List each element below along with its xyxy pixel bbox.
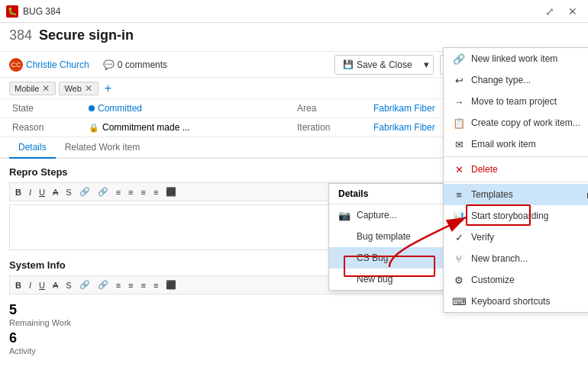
bug-icon: 🐛 [6,5,18,18]
sys-list-button-3[interactable]: ≡ [138,278,149,291]
new-bug-icon [338,273,351,285]
storyboard-icon: 📊 [453,210,465,222]
italic-button[interactable]: I [26,185,34,198]
sys-link-button-2[interactable]: 🔗 [95,278,111,291]
status-dot [89,105,95,111]
remaining-work-label: Remaining Work [9,318,579,327]
templates-icon: ≡ [453,188,465,201]
add-tag-button[interactable]: + [102,82,115,95]
sys-underline-button[interactable]: U [36,278,48,291]
work-item-name: Secure sign-in [39,27,134,43]
user-name: Christie Church [26,60,89,70]
link-button-1[interactable]: 🔗 [76,185,93,198]
comments-count: 0 comments [118,60,167,70]
new-branch-icon: ⑂ [453,253,465,265]
delete-icon: ✕ [453,163,465,175]
state-text: Committed [98,103,142,114]
new-linked-item[interactable]: 🔗 New linked work item [444,48,588,69]
underline-button[interactable]: U [36,185,48,198]
separator-2 [444,182,588,182]
sys-list-button-2[interactable]: ≡ [125,278,136,291]
change-type-icon: ↩ [453,74,465,86]
sys-link-button-1[interactable]: 🔗 [76,278,93,291]
activity-label: Activity [9,346,579,355]
close-button[interactable]: ✕ [564,4,582,19]
tab-details[interactable]: Details [9,137,56,159]
list-button-3[interactable]: ≡ [138,185,149,198]
sys-bold-button[interactable]: B [12,278,24,291]
lock-icon: 🔒 [89,123,99,133]
verify-item[interactable]: ✓ Verify [444,227,588,248]
save-icon: 💾 [343,60,354,69]
tab-related-work[interactable]: Related Work item [56,137,149,159]
image-button[interactable]: ⬛ [163,185,179,198]
user-avatar: CC [9,58,23,72]
tag-web-remove[interactable]: ✕ [84,83,93,94]
subscript-button[interactable]: S [63,185,74,198]
create-copy-item[interactable]: 📋 Create copy of work item... [444,112,588,133]
create-copy-icon: 📋 [453,117,465,129]
move-team-item[interactable]: → Move to team project [444,91,588,112]
tag-mobile-remove[interactable]: ✕ [41,83,50,94]
sys-image-button[interactable]: ⬛ [163,278,179,291]
new-branch-item[interactable]: ⑂ New branch... [444,248,588,269]
work-item-id: 384 [9,27,32,43]
reason-value: 🔒 Commitment made ... [86,118,294,137]
separator-1 [444,156,588,157]
sys-list-button-4[interactable]: ≡ [150,278,161,291]
save-close-dropdown-button[interactable]: ▾ [420,56,433,74]
customize-icon: ⚙ [453,274,465,286]
save-close-button[interactable]: 💾 Save & Close [335,56,420,74]
work-item-title: 384 Secure sign-in [9,27,579,43]
title-bar: 🐛 BUG 384 ⤢ ✕ [0,0,588,23]
start-storyboard-item[interactable]: 📊 Start storyboarding [444,205,588,227]
reason-label: Reason [9,118,86,137]
title-bar-actions: ⤢ ✕ [541,4,582,19]
templates-item[interactable]: ≡ Templates ▶ [444,184,588,205]
iteration-label: Iteration [294,118,370,137]
new-linked-icon: 🔗 [453,53,465,65]
list-button-4[interactable]: ≡ [150,185,161,198]
change-type-item[interactable]: ↩ Change type... [444,69,588,91]
sys-list-button-1[interactable]: ≡ [113,278,124,291]
save-close-label: Save & Close [357,60,412,70]
capture-icon: 📷 [338,209,351,221]
bug-template-icon [338,230,351,243]
expand-button[interactable]: ⤢ [541,4,559,19]
sys-subscript-button[interactable]: S [63,278,74,291]
verify-icon: ✓ [453,231,465,243]
user-info: CC Christie Church [9,58,89,72]
cs-bug-icon [338,252,351,264]
move-team-icon: → [453,95,465,108]
state-label: State [9,99,86,117]
sys-italic-button[interactable]: I [26,278,34,291]
keyboard-icon: ⌨ [453,295,465,307]
list-button-1[interactable]: ≡ [113,185,124,198]
email-icon: ✉ [453,138,465,150]
comments-button[interactable]: 💬 0 comments [103,60,167,70]
tag-web: Web ✕ [59,82,98,95]
sys-strikethrough-button[interactable]: A [50,278,61,291]
main-dropdown-menu: 🔗 New linked work item ↩ Change type... … [443,47,588,313]
keyboard-shortcuts-item[interactable]: ⌨ Keyboard shortcuts [444,291,588,312]
save-close-group: 💾 Save & Close ▾ [334,55,434,75]
area-label: Area [294,99,370,117]
reason-text: Commitment made ... [102,122,190,133]
link-button-2[interactable]: 🔗 [95,185,111,198]
email-item[interactable]: ✉ Email work item [444,133,588,155]
title-bar-left: 🐛 BUG 384 [6,5,60,18]
delete-item[interactable]: ✕ Delete [444,159,588,180]
strikethrough-button[interactable]: A [50,185,61,198]
tag-mobile: Mobile ✕ [9,82,56,95]
state-value: Committed [86,99,294,117]
customize-item[interactable]: ⚙ Customize [444,269,588,291]
bold-button[interactable]: B [12,185,24,198]
title-bar-text: BUG 384 [23,6,60,17]
activity-value: 6 [9,330,579,346]
comment-icon: 💬 [103,60,115,70]
list-button-2[interactable]: ≡ [125,185,136,198]
